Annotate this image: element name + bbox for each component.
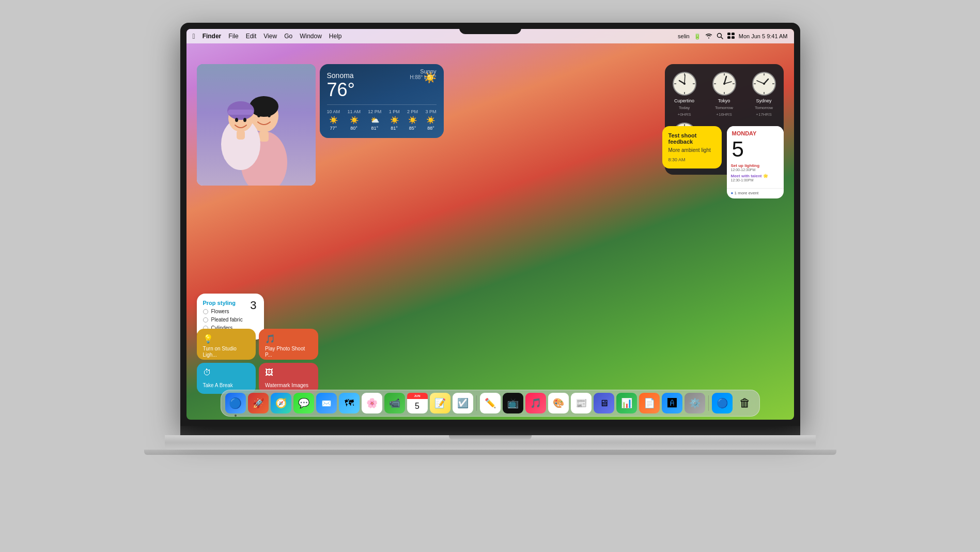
forecast-4: 2 PM ☀️ 85° — [407, 109, 418, 131]
numbers-icon: 📊 — [621, 397, 632, 409]
weather-forecast: 10 AM ☀️ 77° 11 AM ☀️ 80° 12 PM ⛅ 81 — [327, 104, 437, 131]
menu-edit[interactable]: Edit — [246, 33, 257, 40]
shortcut-icon-1: 🎵 — [265, 334, 312, 344]
reminder-item-1: Pleated fabric — [203, 317, 258, 323]
forecast-3: 1 PM ☀️ 81° — [389, 109, 400, 131]
dock-freeform[interactable]: ✏️ — [480, 393, 501, 413]
battery-icon: 🔋 — [694, 33, 701, 40]
dock-numbers[interactable]: 📊 — [616, 393, 637, 413]
dock-mail[interactable]: ✉️ — [316, 393, 337, 413]
forecast-time-0: 10 AM — [327, 109, 340, 114]
svg-rect-3 — [732, 33, 735, 35]
dock-facetime[interactable]: 📹 — [384, 393, 405, 413]
dock-screens[interactable]: 🖥 — [594, 393, 614, 413]
calendar-dock-month: JUN — [414, 394, 420, 397]
dock-notes[interactable]: 📝 — [430, 393, 450, 413]
menu-go[interactable]: Go — [284, 33, 292, 40]
app-name[interactable]: Finder — [203, 33, 222, 40]
svg-rect-12 — [259, 131, 269, 142]
menu-view[interactable]: View — [263, 33, 277, 40]
weather-city: Sonoma — [327, 71, 355, 80]
cal-event-0: Set up lighting 12:00-12:30PM — [731, 163, 780, 172]
dock-freeform2[interactable]: 🎨 — [548, 393, 569, 413]
reminders-title: Prop styling — [203, 300, 258, 306]
cal-event-time-0: 12:00-12:30PM — [731, 168, 780, 172]
dock-maps[interactable]: 🗺 — [339, 393, 360, 413]
dock-reminders[interactable]: ☑️ — [453, 393, 473, 413]
dock-appstore[interactable]: 🅰 — [662, 393, 682, 413]
forecast-icon-2: ⛅ — [370, 116, 379, 124]
trash-icon: 🗑 — [739, 396, 751, 410]
dock: 🔵 🚀 🧭 💬 — [221, 390, 760, 417]
dock-appletv[interactable]: 📺 — [503, 393, 523, 413]
search-icon[interactable] — [717, 33, 723, 40]
forecast-temp-1: 80° — [350, 126, 357, 131]
appletv-icon: 📺 — [507, 397, 519, 409]
dock-launchpad[interactable]: 🚀 — [248, 393, 269, 413]
forecast-0: 10 AM ☀️ 77° — [327, 109, 340, 131]
forecast-icon-1: ☀️ — [350, 116, 359, 124]
photo-svg — [197, 64, 316, 186]
shortcut-studio-light[interactable]: 💡 Turn on Studio Ligh... — [197, 329, 256, 360]
news-icon: 📰 — [575, 397, 587, 409]
apple-menu[interactable]:  — [193, 32, 195, 40]
weather-desc: Sunny — [410, 68, 436, 74]
dock-music[interactable]: 🎵 — [525, 393, 546, 413]
dock-messages[interactable]: 💬 — [293, 393, 314, 413]
forecast-5: 3 PM ☀️ 88° — [425, 109, 436, 131]
forecast-temp-4: 85° — [409, 126, 416, 131]
svg-rect-19 — [237, 130, 245, 140]
desktop: Sonoma 76° ☀️ Sunny H:88° L:57° — [186, 43, 794, 420]
clock-sydney: Sydney Tomorrow +17HRS — [752, 71, 776, 117]
shortcut-take-break[interactable]: ⏱ Take A Break — [197, 363, 256, 394]
menu-help[interactable]: Help — [329, 33, 342, 40]
macbook-feet — [144, 450, 836, 455]
svg-point-27 — [683, 83, 686, 85]
shortcut-icon-0: 💡 — [203, 334, 250, 344]
finder-dot — [235, 415, 237, 417]
clock-offset-sydney: +17HRS — [756, 112, 771, 117]
dock-accessibility[interactable]: 🔵 — [712, 393, 733, 413]
dock-photos[interactable]: 🌸 — [362, 393, 382, 413]
svg-point-9 — [250, 96, 278, 117]
clock-day-tokyo: Tomorrow — [715, 105, 733, 110]
control-center-icon[interactable] — [727, 33, 735, 40]
menubar-right: selin 🔋 Mon Jun 5 9:41 AM — [678, 33, 787, 40]
menu-file[interactable]: File — [228, 33, 238, 40]
clock-label-sydney: Sydney — [756, 98, 771, 103]
shortcut-label-1: Play Photo Shoot P... — [265, 346, 312, 358]
cal-event-title-0: Set up lighting — [731, 163, 780, 168]
shortcuts-area: 💡 Turn on Studio Ligh... 🎵 Play Photo Sh… — [197, 329, 318, 394]
forecast-temp-5: 88° — [427, 126, 434, 131]
reminder-circle-1 — [203, 317, 208, 323]
dock-pages[interactable]: 📄 — [639, 393, 660, 413]
svg-rect-2 — [727, 33, 730, 35]
shortcut-watermark[interactable]: 🖼 Watermark Images — [259, 363, 318, 394]
dock-news[interactable]: 📰 — [571, 393, 592, 413]
weather-temp: 76° — [327, 81, 355, 99]
music-icon: 🎵 — [530, 397, 541, 409]
safari-icon: 🧭 — [275, 397, 287, 409]
clock-day-cupertino: Today — [679, 105, 690, 110]
dock-sysprefs[interactable]: ⚙️ — [685, 393, 705, 413]
svg-point-11 — [268, 113, 271, 117]
svg-point-43 — [763, 83, 765, 85]
shortcut-label-2: Take A Break — [203, 382, 250, 389]
shortcut-play-music[interactable]: 🎵 Play Photo Shoot P... — [259, 329, 318, 360]
clock-face-sydney — [752, 71, 776, 96]
dock-finder[interactable]: 🔵 — [225, 393, 246, 413]
shortcut-label-0: Turn on Studio Ligh... — [203, 346, 250, 358]
forecast-2: 12 PM ⛅ 81° — [368, 109, 381, 131]
shortcut-icon-2: ⏱ — [203, 368, 250, 377]
weather-hl: H:88° L:57° — [410, 74, 436, 80]
dock-trash[interactable]: 🗑 — [735, 393, 755, 413]
dock-calendar[interactable]: JUN 5 — [407, 393, 428, 413]
maps-icon: 🗺 — [345, 398, 354, 409]
dock-safari[interactable]: 🧭 — [271, 393, 291, 413]
cal-event-1: Meet with talent 🌟 12:30-1:00PM — [731, 174, 780, 182]
sticky-time: 8:30 AM — [668, 157, 715, 162]
reminder-text-1: Pleated fabric — [211, 317, 243, 323]
svg-line-26 — [685, 75, 685, 84]
menu-window[interactable]: Window — [300, 33, 322, 40]
forecast-time-4: 2 PM — [407, 109, 418, 114]
